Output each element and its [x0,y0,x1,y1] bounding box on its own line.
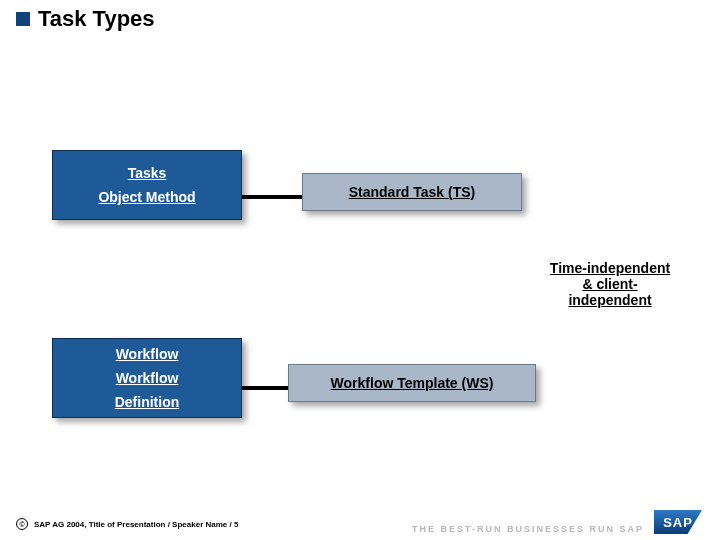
note-line3: independent [520,292,700,308]
tasks-box: Tasks Object Method [52,150,242,220]
sap-logo-icon: SAP [654,510,702,534]
footer: © SAP AG 2004, Title of Presentation / S… [16,518,238,530]
footer-text: SAP AG 2004, Title of Presentation / Spe… [34,520,238,529]
note-line1: Time-independent [520,260,700,276]
workflow-box-line1: Workflow [108,342,187,366]
slide-title: Task Types [38,6,155,32]
tasks-box-line2: Object Method [90,185,203,209]
standard-task-label: Standard Task (TS) [341,184,484,200]
workflow-box-line3: Definition [107,390,188,414]
sap-logo-area: THE BEST-RUN BUSINESSES RUN SAP SAP [412,510,702,534]
time-independent-note: Time-independent & client- independent [520,260,700,308]
workflow-template-label: Workflow Template (WS) [323,375,502,391]
workflow-template-box: Workflow Template (WS) [288,364,536,402]
workflow-box: Workflow Workflow Definition [52,338,242,418]
tasks-box-line1: Tasks [120,161,175,185]
connector-workflow [242,386,288,390]
copyright-icon: © [16,518,28,530]
workflow-box-line2: Workflow [108,366,187,390]
sap-mark-text: SAP [663,515,693,530]
slide-title-bar: Task Types [16,6,155,32]
sap-tagline: THE BEST-RUN BUSINESSES RUN SAP [412,524,644,534]
standard-task-box: Standard Task (TS) [302,173,522,211]
title-bullet-icon [16,12,30,26]
note-line2: & client- [520,276,700,292]
connector-tasks [242,195,302,199]
